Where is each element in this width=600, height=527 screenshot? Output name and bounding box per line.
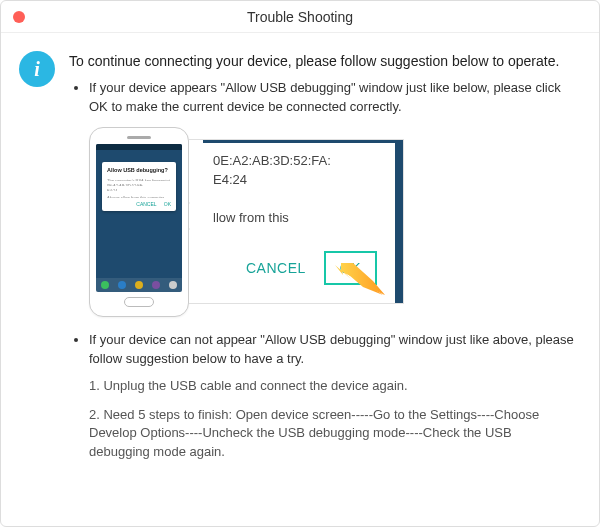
- step-1: 1. Unplug the USB cable and connect the …: [89, 377, 575, 396]
- phone-mockup: Allow USB debugging? The computer's RSA …: [89, 127, 189, 317]
- bullet-2: If your device can not appear "Allow USB…: [89, 331, 575, 462]
- window-title: Trouble Shooting: [247, 9, 353, 25]
- steps: 1. Unplug the USB cable and connect the …: [89, 377, 575, 462]
- phone-statusbar: [96, 144, 182, 150]
- dialog-title: Allow USB debugging?: [107, 167, 171, 175]
- step-2: 2. Need 5 steps to finish: Open device s…: [89, 406, 575, 463]
- phone-speaker: [127, 136, 151, 139]
- zoom-allow-fragment: llow from this: [213, 209, 393, 227]
- nav-icon: [135, 281, 143, 289]
- illustration: Allow USB debugging? The computer's RSA …: [89, 127, 575, 317]
- phone-screen: Allow USB debugging? The computer's RSA …: [96, 144, 182, 292]
- zoom-border-top: [203, 140, 403, 143]
- ok-button[interactable]: OK: [324, 251, 377, 285]
- titlebar: Trouble Shooting: [1, 1, 599, 33]
- dialog-actions: CANCEL OK: [107, 201, 171, 208]
- instruction-list: If your device appears "Allow USB debugg…: [69, 79, 575, 462]
- content-area: i To continue connecting your device, pl…: [1, 33, 599, 492]
- phone-usb-dialog: Allow USB debugging? The computer's RSA …: [102, 162, 176, 211]
- zoom-mac1: 0E:A2:AB:3D:52:FA:: [213, 152, 393, 170]
- close-button[interactable]: [13, 11, 25, 23]
- zoom-border-right: [395, 140, 403, 303]
- nav-icon: [169, 281, 177, 289]
- phone-home-button: [124, 297, 154, 307]
- zoom-mac2: E4:24: [213, 171, 393, 189]
- dialog-mac1: 0E:A2:AB:3D:52:FA:: [107, 183, 171, 186]
- info-icon: i: [19, 51, 55, 87]
- nav-icon: [152, 281, 160, 289]
- zoom-panel: 0E:A2:AB:3D:52:FA: E4:24 llow from this …: [189, 139, 404, 304]
- bullet-1-text: If your device appears "Allow USB debugg…: [89, 80, 561, 114]
- body-text: To continue connecting your device, plea…: [69, 51, 575, 474]
- bullet-2-text: If your device can not appear "Allow USB…: [89, 332, 574, 366]
- dialog-always-allow: Always allow from this computer: [107, 195, 171, 198]
- nav-icon: [101, 281, 109, 289]
- troubleshooting-window: Trouble Shooting i To continue connectin…: [0, 0, 600, 527]
- dialog-fingerprint-label: The computer's RSA key fingerprint is:: [107, 178, 171, 181]
- dialog-ok: OK: [164, 201, 171, 207]
- zoom-actions: CANCEL OK: [246, 251, 377, 285]
- intro-text: To continue connecting your device, plea…: [69, 51, 575, 71]
- bullet-1: If your device appears "Allow USB debugg…: [89, 79, 575, 317]
- cancel-button[interactable]: CANCEL: [246, 258, 306, 278]
- nav-icon: [118, 281, 126, 289]
- dialog-cancel: CANCEL: [136, 201, 156, 207]
- phone-navbar: [96, 278, 182, 292]
- dialog-mac2: E4:24: [107, 188, 171, 191]
